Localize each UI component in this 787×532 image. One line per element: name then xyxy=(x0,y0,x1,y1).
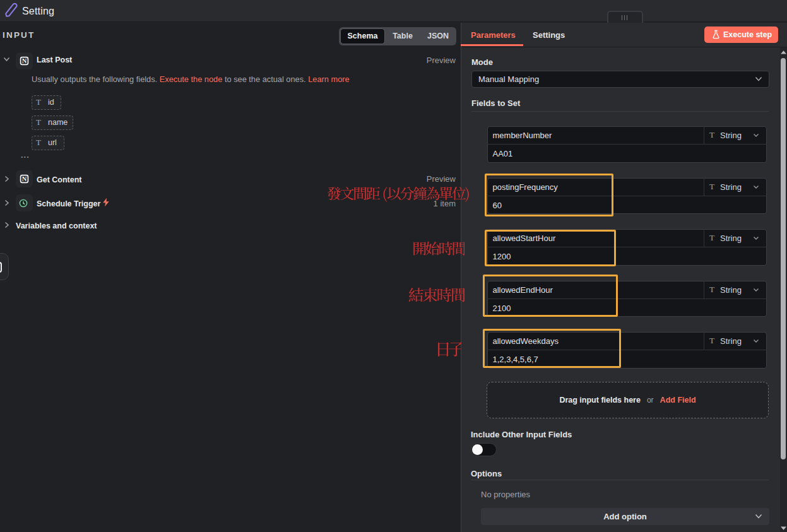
svg-text:N: N xyxy=(22,175,27,182)
svg-text:N: N xyxy=(22,57,27,64)
